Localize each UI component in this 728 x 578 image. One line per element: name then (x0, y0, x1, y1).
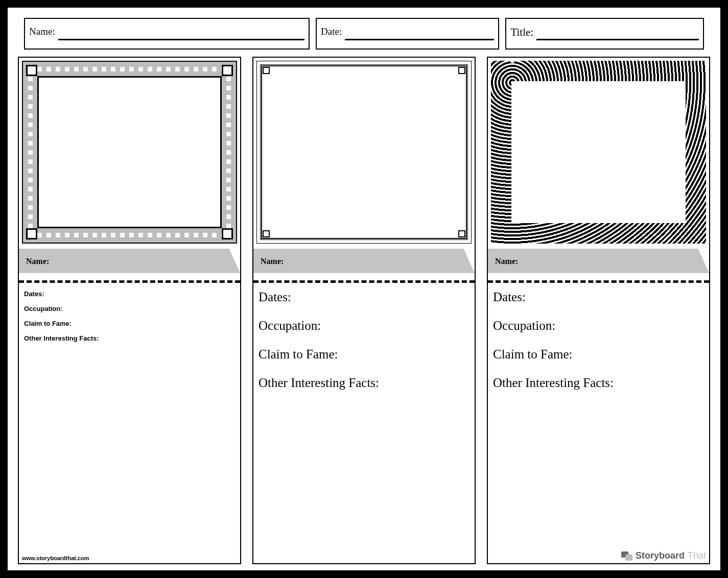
photo-area (260, 64, 468, 240)
name-banner-1: Name: (19, 249, 240, 273)
fact-dates: Dates: (493, 290, 704, 304)
page-outer: Name: Date: Title: (0, 0, 728, 578)
dashed-separator (253, 280, 475, 283)
dashed-separator (488, 280, 709, 283)
frame-wrap-3 (488, 58, 709, 247)
bio-panel-1: Name: Dates: Occupation: Claim to Fame: … (18, 57, 241, 564)
fact-claim: Claim to Fame: (24, 320, 235, 327)
frame-corner-icon (458, 67, 465, 74)
header-date-line (345, 26, 494, 40)
header-name-line (58, 26, 304, 40)
photo-frame-filmstrip[interactable] (22, 61, 237, 244)
bio-panel-3: Name: Dates: Occupation: Claim to Fame: … (487, 57, 710, 564)
name-banner-label: Name: (253, 249, 475, 266)
dashed-separator (19, 280, 240, 283)
header-date-label: Date: (321, 26, 345, 37)
frame-corner-icon (26, 65, 37, 76)
bio-panel-2: Name: Dates: Occupation: Claim to Fame: … (252, 57, 476, 564)
name-banner-label: Name: (19, 249, 240, 266)
brand-text-1: Storyboard (636, 550, 685, 561)
header-title-label: Title: (510, 26, 536, 39)
frame-corner-icon (26, 228, 37, 239)
facts-area-1: Dates: Occupation: Claim to Fame: Other … (19, 287, 240, 553)
brand-text-2: That (688, 550, 706, 561)
name-banner-2: Name: (253, 249, 475, 273)
photo-area (511, 81, 686, 223)
facts-area-3: Dates: Occupation: Claim to Fame: Other … (488, 287, 709, 563)
header-title-line (536, 26, 699, 40)
fact-other: Other Interesting Facts: (24, 334, 235, 342)
photo-frame-artdeco[interactable] (491, 61, 706, 244)
photo-frame-double-border[interactable] (256, 61, 472, 244)
header-date-field[interactable]: Date: (316, 18, 499, 50)
fact-dates: Dates: (24, 290, 235, 298)
frame-corner-icon (263, 230, 270, 237)
fact-occupation: Occupation: (259, 319, 469, 333)
frame-corner-icon (458, 230, 465, 237)
frame-wrap-1 (19, 58, 240, 247)
storyboardthat-logo-icon (621, 551, 632, 561)
footer-brand: StoryboardThat (621, 550, 706, 561)
fact-occupation: Occupation: (493, 319, 704, 333)
fact-claim: Claim to Fame: (259, 347, 469, 362)
header-title-field[interactable]: Title: (505, 18, 704, 50)
panels-row: Name: Dates: Occupation: Claim to Fame: … (18, 57, 710, 564)
frame-corner-icon (263, 67, 270, 74)
frame-corner-icon (222, 65, 233, 76)
header-row: Name: Date: Title: (24, 18, 704, 50)
fact-other: Other Interesting Facts: (259, 376, 469, 390)
header-name-field[interactable]: Name: (24, 18, 310, 50)
frame-corner-icon (222, 228, 233, 239)
fact-other: Other Interesting Facts: (493, 376, 704, 390)
footer-url: www.storyboardthat.com (19, 553, 240, 563)
fact-claim: Claim to Fame: (493, 347, 704, 362)
frame-wrap-2 (253, 58, 475, 247)
name-banner-label: Name: (488, 249, 709, 266)
photo-area (37, 76, 222, 228)
facts-area-2: Dates: Occupation: Claim to Fame: Other … (253, 287, 475, 563)
worksheet-sheet: Name: Date: Title: (8, 8, 720, 570)
header-name-label: Name: (29, 26, 58, 37)
fact-dates: Dates: (259, 290, 469, 304)
name-banner-3: Name: (488, 249, 709, 273)
fact-occupation: Occupation: (24, 305, 235, 312)
